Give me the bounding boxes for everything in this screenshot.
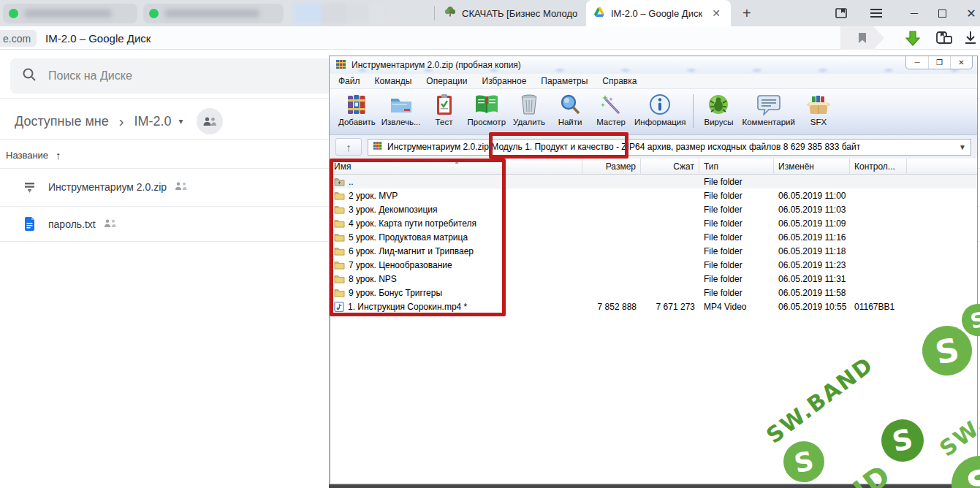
blurred-tab-title: [164, 9, 259, 18]
tab-google-drive[interactable]: IM-2.0 – Google Диск ✕: [586, 0, 731, 26]
column-header-size[interactable]: Размер: [582, 159, 641, 175]
breadcrumb: Доступные мне › IM-2.0 ▾: [15, 107, 223, 136]
search-icon: [22, 67, 37, 85]
column-header-modified[interactable]: Изменён: [774, 159, 850, 175]
menu-favorites[interactable]: Избранное: [482, 76, 527, 86]
file-name: Инструментариум 2.0.zip: [48, 181, 167, 193]
blurred-tab-1[interactable]: [3, 4, 137, 23]
books-stack-icon: [346, 92, 368, 117]
up-directory-button[interactable]: ↑: [335, 138, 362, 156]
menu-operations[interactable]: Операции: [426, 76, 467, 86]
magic-wand-icon: [600, 92, 622, 117]
winrar-titlebar[interactable]: Инструментариум 2.0.zip (пробная копия) …: [330, 56, 977, 74]
screen: СКАЧАТЬ [Бизнес Молодо IM-2.0 – Google Д…: [0, 0, 980, 488]
winrar-window-bottom-edge: [329, 484, 980, 488]
virus-bug-icon: [707, 92, 729, 117]
tab-label: СКАЧАТЬ [Бизнес Молодо: [462, 8, 577, 19]
menu-help[interactable]: Справка: [602, 76, 637, 86]
new-tab-button[interactable]: +: [738, 5, 756, 21]
toolbar-sfx-button[interactable]: SFX: [798, 91, 839, 127]
toolbar-find-button[interactable]: Найти: [550, 91, 590, 127]
toolbar-test-button[interactable]: Тест: [424, 91, 465, 127]
window-minimize-button[interactable]: ─: [903, 4, 925, 22]
winrar-toolbar: Добавить Извлечь... Тест Просмотр: [330, 89, 977, 135]
menu-hamburger-icon[interactable]: [868, 6, 884, 20]
downloads-green-arrow-icon[interactable]: [903, 30, 922, 50]
google-drive-icon: [593, 7, 605, 20]
clipboard-check-icon: [436, 92, 453, 117]
annotation-box-file-names: [330, 159, 506, 316]
menu-file[interactable]: Файл: [338, 76, 360, 86]
toolbar-view-button[interactable]: Просмотр: [465, 91, 509, 127]
zip-file-icon: [16, 181, 42, 194]
toolbar-comment-button[interactable]: Комментарий: [739, 91, 797, 127]
trash-icon: [520, 92, 538, 117]
menu-commands[interactable]: Команды: [375, 76, 412, 86]
winrar-app-icon: [335, 59, 347, 72]
chevron-right-icon: ›: [119, 113, 124, 130]
window-restore-button[interactable]: [931, 4, 953, 22]
download-tray-icon[interactable]: [963, 31, 978, 48]
winrar-window-title: Инструментариум 2.0.zip (пробная копия): [352, 60, 521, 70]
drive-column-header-name[interactable]: Название ↑: [6, 149, 61, 161]
green-favicon-dot: [149, 9, 159, 18]
tab-close-icon[interactable]: ✕: [709, 6, 723, 20]
combo-dropdown-caret-icon[interactable]: ▼: [959, 143, 966, 151]
annotation-box-module-path: [489, 132, 628, 159]
breadcrumb-shared-with-me[interactable]: Доступные мне: [15, 114, 109, 129]
tableau-bookmark-icon[interactable]: [833, 6, 849, 20]
open-box-icon: [805, 92, 832, 117]
magnifier-icon: [559, 92, 581, 117]
chevron-down-icon[interactable]: ▾: [179, 116, 183, 126]
collections-icon[interactable]: [935, 31, 953, 50]
toolbar-delete-button[interactable]: Удалить: [509, 91, 550, 127]
winrar-minimize-button[interactable]: ─: [906, 56, 928, 69]
url-domain-chip[interactable]: e.com: [0, 30, 37, 47]
toolbar-virus-scan-button[interactable]: Вирусы: [698, 91, 739, 127]
winrar-window-controls: ─ ❐ ✕: [905, 56, 973, 69]
winrar-address-row: ↑ Инструментариум 2.0.zip\Модуль 1. Прод…: [330, 135, 977, 159]
toolbar-wizard-button[interactable]: Мастер: [590, 91, 631, 127]
shared-people-icon: [103, 218, 118, 231]
browser-tab-strip: СКАЧАТЬ [Бизнес Молодо IM-2.0 – Google Д…: [0, 0, 980, 26]
column-header-crc[interactable]: Контрол...: [850, 159, 907, 175]
folder-blue-icon: [390, 92, 413, 117]
blurred-region: [294, 3, 384, 24]
shared-people-icon: [174, 180, 189, 194]
menu-options[interactable]: Параметры: [541, 76, 588, 86]
urlbar-page-title: IM-2.0 – Google Диск: [45, 26, 151, 50]
comment-bubble-icon: [757, 92, 780, 117]
column-header-type[interactable]: Тип: [699, 159, 774, 175]
open-book-icon: [474, 92, 499, 117]
winrar-close-button[interactable]: ✕: [950, 56, 972, 69]
winrar-menubar: Файл Команды Операции Избранное Параметр…: [330, 74, 977, 89]
column-header-empty: [907, 159, 977, 175]
tab-label: IM-2.0 – Google Диск: [611, 8, 702, 19]
window-close-button[interactable]: ✕: [960, 4, 980, 22]
blurred-tab-2[interactable]: [143, 4, 284, 23]
toolbar-extract-button[interactable]: Извлечь...: [379, 91, 424, 127]
sort-arrow-up-icon[interactable]: ↑: [56, 149, 61, 161]
toolbar-add-button[interactable]: Добавить: [335, 91, 379, 127]
breadcrumb-current-folder[interactable]: IM-2.0: [134, 114, 171, 129]
text-file-icon: [16, 217, 42, 231]
blurred-tab-title: [24, 9, 112, 18]
file-name: пароль.txt: [48, 218, 96, 230]
column-header-packed[interactable]: Сжат: [641, 159, 699, 175]
winrar-archive-icon: [373, 140, 383, 153]
tab-separator: [434, 6, 435, 20]
toolbar-separator: [693, 94, 694, 128]
tab-download-biznes[interactable]: СКАЧАТЬ [Бизнес Молодо: [437, 0, 586, 26]
toolbar-info-button[interactable]: Информация: [631, 91, 688, 127]
shared-folder-avatar: [197, 108, 223, 134]
tree-icon: [444, 6, 456, 20]
archive-path-combobox[interactable]: Инструментариум 2.0.zip\Модуль 1. Продук…: [368, 139, 971, 156]
winrar-restore-button[interactable]: ❐: [928, 56, 950, 69]
green-favicon-dot: [9, 9, 18, 18]
info-icon: [649, 92, 671, 117]
